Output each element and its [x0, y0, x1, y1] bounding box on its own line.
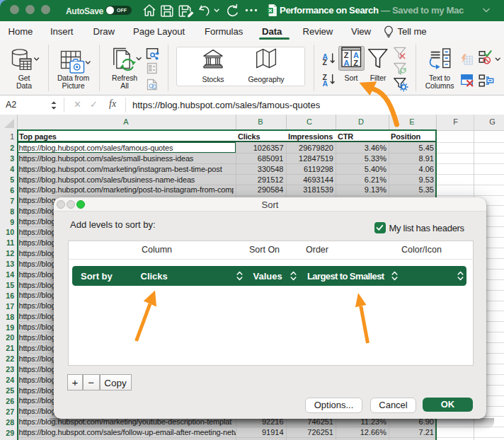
svg-text:Z: Z	[323, 58, 328, 66]
svg-text:Z: Z	[353, 59, 358, 67]
svg-text:A: A	[323, 79, 328, 88]
svg-text:A: A	[344, 59, 350, 67]
